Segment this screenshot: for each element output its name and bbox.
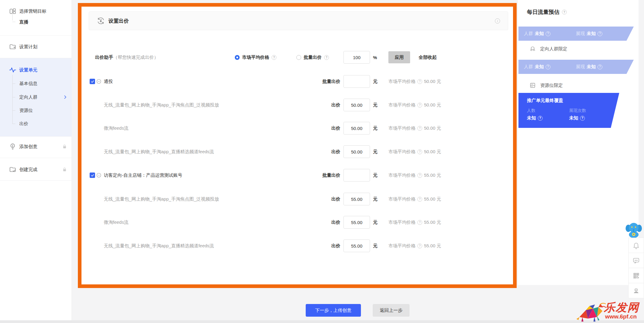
panel-header: 设置出价 i xyxy=(89,11,508,30)
bid-input[interactable] xyxy=(343,193,370,205)
market-price: 市场平均价格 ? 55.00 元 xyxy=(388,243,441,249)
bid-input[interactable] xyxy=(343,216,370,229)
sidebar-item-set-plan[interactable]: 设置计划 xyxy=(0,41,72,52)
checkbox-checked[interactable] xyxy=(90,79,95,84)
sidebar-item-label: 创建完成 xyxy=(19,167,37,173)
customer-service-button[interactable] xyxy=(628,283,644,298)
notification-bell-button[interactable] xyxy=(628,238,644,253)
help-icon[interactable]: ? xyxy=(546,31,550,36)
percent-sign: % xyxy=(373,55,377,60)
help-icon[interactable]: ? xyxy=(562,10,567,14)
collapse-minus-icon[interactable] xyxy=(96,173,101,178)
elephant-mascot[interactable] xyxy=(625,221,643,239)
batch-bid-label: 批量出价 xyxy=(322,79,340,84)
grid-icon xyxy=(9,8,16,15)
divider xyxy=(0,35,72,36)
help-icon[interactable]: ? xyxy=(546,65,550,69)
sidebar-item-basic-info[interactable]: 基本信息 xyxy=(0,78,72,89)
back-button[interactable]: 返回上一步 xyxy=(373,304,410,317)
qr-code-button[interactable] xyxy=(628,268,644,283)
checkbox-checked[interactable] xyxy=(90,173,95,178)
help-icon[interactable]: ? xyxy=(580,116,585,121)
help-icon[interactable]: ? xyxy=(324,55,329,60)
divider xyxy=(0,58,72,58)
help-icon[interactable]: ? xyxy=(598,65,602,69)
market-price: 市场平均价格 ? 55.00 元 xyxy=(388,220,441,225)
bid-assistant-row: 出价助手（帮您快速完成出价） 市场平均价格 ? 批量出价 ? % 应用 全部收起 xyxy=(81,51,513,64)
placement-name: 无线_流量包_网上购物_手淘app_直播精选频道feeds流 xyxy=(104,243,214,249)
sidebar-item-bid[interactable]: 出价 xyxy=(0,118,72,129)
bulb-icon xyxy=(9,143,16,150)
radio-batch-bid[interactable]: 批量出价 ? xyxy=(296,55,329,60)
sidebar-item-marketing-goal[interactable]: 选择营销目标 xyxy=(0,6,72,17)
bottom-strip xyxy=(0,320,644,323)
resource-limit-label: 资源位限定 xyxy=(540,83,563,88)
estimate-title: 每日流量预估 ? xyxy=(527,8,567,16)
bid-item-row: 无线_流量包_网上购物_手淘app_手淘焦点图_泛视频投放 出价 元 市场平均价… xyxy=(81,192,513,206)
market-price: 市场平均价格 ? 55.00 元 xyxy=(388,196,441,202)
help-icon[interactable]: ? xyxy=(417,149,422,154)
sidebar-item-audience[interactable]: 定向人群 xyxy=(0,92,72,103)
impression-estimate: 展现 未知 ? xyxy=(576,64,602,70)
percent-input[interactable] xyxy=(343,51,370,64)
help-icon[interactable]: ? xyxy=(417,197,422,201)
bid-label: 出价 xyxy=(331,102,340,108)
help-icon[interactable]: ? xyxy=(417,173,422,178)
unit-label: 元 xyxy=(373,149,378,155)
sidebar-item-set-unit[interactable]: 设置单元 xyxy=(0,65,72,75)
people-count-value: 未知 ? xyxy=(527,115,543,121)
apply-button[interactable]: 应用 xyxy=(388,51,410,63)
sidebar-item-label: 添加创意 xyxy=(19,144,37,150)
help-icon[interactable]: ? xyxy=(417,126,422,131)
help-icon[interactable]: ? xyxy=(272,55,276,60)
bid-item-row: 微淘feeds流 出价 元 市场平均价格 ? 55.00 元 xyxy=(81,216,513,229)
collapse-all-link[interactable]: 全部收起 xyxy=(419,55,437,60)
next-step-button[interactable]: 下一步，上传创意 xyxy=(306,304,361,317)
impression-estimate: 展现 未知 ? xyxy=(576,31,602,36)
watermark-site-name: 乐发网 xyxy=(604,300,639,315)
bid-input[interactable] xyxy=(343,239,370,252)
bid-assistant-label: 出价助手（帮您快速完成出价） xyxy=(95,55,158,60)
lock-icon xyxy=(62,144,67,149)
sidebar-item-label: 定向人群 xyxy=(19,94,37,100)
bid-label: 出价 xyxy=(331,125,340,131)
radio-market-average[interactable]: 市场平均价格 ? xyxy=(235,55,276,60)
placement-name: 无线_流量包_网上购物_手淘app_直播精选频道feeds流 xyxy=(104,149,214,155)
steps-sidebar: 选择营销目标 直播 设置计划 设置单元 基本信息 定向人群 资源位 出价 xyxy=(0,0,72,323)
bid-input[interactable] xyxy=(343,122,370,135)
bid-input[interactable] xyxy=(343,99,370,111)
market-price: 市场平均价格 ? 50.00 元 xyxy=(388,79,441,84)
sidebar-item-resource[interactable]: 资源位 xyxy=(0,105,72,116)
info-icon[interactable]: i xyxy=(495,18,500,24)
bid-label: 出价 xyxy=(331,220,340,225)
market-price: 市场平均价格 ? 50.00 元 xyxy=(388,125,441,131)
sidebar-item-label: 设置单元 xyxy=(19,67,37,73)
bid-input[interactable] xyxy=(343,145,370,158)
batch-bid-input[interactable] xyxy=(343,75,370,88)
audience-estimate: 人群 未知 ? xyxy=(524,64,550,70)
resource-limit-row: 资源位限定 xyxy=(518,81,639,90)
radio-unselected-icon[interactable] xyxy=(296,55,301,60)
yen-refresh-icon xyxy=(97,17,105,25)
bid-item-row: 微淘feeds流 出价 元 市场平均价格 ? 50.00 元 xyxy=(81,122,513,135)
help-icon[interactable]: ? xyxy=(417,103,422,107)
sidebar-item-label: 基本信息 xyxy=(19,81,37,87)
market-price: 市场平均价格 ? 55.00 元 xyxy=(388,173,441,178)
sidebar-item-live[interactable]: 直播 xyxy=(0,17,72,27)
collapse-minus-icon[interactable] xyxy=(96,79,101,84)
help-icon[interactable]: ? xyxy=(598,31,602,36)
sidebar-item-label: 资源位 xyxy=(19,108,33,113)
radio-selected-icon[interactable] xyxy=(235,55,240,60)
help-icon[interactable]: ? xyxy=(417,243,422,248)
bid-label: 出价 xyxy=(331,149,340,155)
lock-icon xyxy=(62,167,67,172)
chevron-right-icon[interactable] xyxy=(63,95,68,100)
help-icon[interactable]: ? xyxy=(417,79,422,84)
bid-item-row: 无线_流量包_网上购物_手淘app_直播精选频道feeds流 出价 元 市场平均… xyxy=(81,145,513,158)
bid-label: 出价 xyxy=(331,243,340,249)
help-icon[interactable]: ? xyxy=(417,220,422,225)
help-icon[interactable]: ? xyxy=(538,116,543,121)
chat-button[interactable] xyxy=(628,253,644,268)
batch-bid-input[interactable] xyxy=(343,169,370,182)
panel-title: 设置出价 xyxy=(108,17,129,24)
